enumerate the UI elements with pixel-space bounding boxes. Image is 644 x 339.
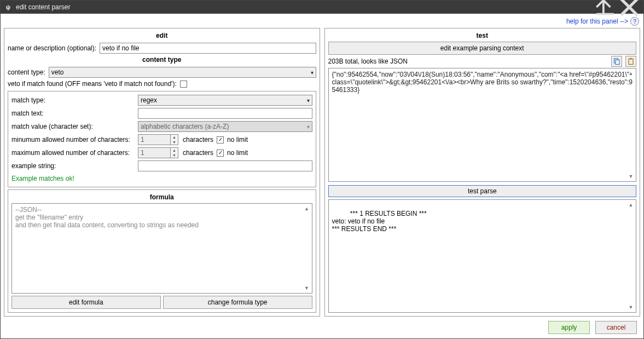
edit-formula-button[interactable]: edit formula xyxy=(11,296,161,309)
titlebar: ψ edit content parser xyxy=(1,1,643,14)
content-type-label: content type: xyxy=(8,68,45,76)
formula-button-row: edit formula change formula type xyxy=(11,296,312,309)
footer-row: apply cancel xyxy=(4,317,640,335)
match-type-select[interactable]: regex ▾ xyxy=(138,95,312,106)
test-status-text: 203B total, looks like JSON xyxy=(328,58,408,65)
name-row: name or description (optional): xyxy=(8,43,316,54)
match-type-label: match type: xyxy=(11,96,135,104)
min-chars-value: 1 xyxy=(138,134,171,145)
scroll-up-icon[interactable]: ▲ xyxy=(627,70,635,77)
window-title: edit content parser xyxy=(16,3,70,11)
chevron-down-icon: ▾ xyxy=(311,70,314,76)
paste-button[interactable] xyxy=(625,56,636,67)
example-string-input[interactable] xyxy=(138,160,312,171)
svg-rect-2 xyxy=(629,59,633,65)
apply-button[interactable]: apply xyxy=(548,321,590,334)
match-value-label: match value (character set): xyxy=(11,123,135,130)
example-string-label: example string: xyxy=(11,162,135,170)
svg-rect-1 xyxy=(616,60,619,65)
body: help for this panel --> ? edit name or d… xyxy=(1,14,643,338)
formula-section-title: formula xyxy=(11,192,312,203)
example-context-text: {"no":95462554,"now":"03\/04\/18(Sun)18:… xyxy=(332,71,633,94)
min-chars-spinner: 1 ▲▼ xyxy=(138,134,178,145)
help-icon[interactable]: ? xyxy=(630,17,639,26)
scroll-down-icon[interactable]: ▼ xyxy=(303,284,311,292)
edit-column: edit name or description (optional): con… xyxy=(4,28,320,317)
max-chars-row: maximum allowed number of characters: 1 … xyxy=(11,147,312,158)
nolimit-label: no limit xyxy=(227,149,248,157)
min-chars-row: minumum allowed number of characters: 1 … xyxy=(11,134,312,145)
nolimit-label: no limit xyxy=(227,136,248,143)
chars-unit: characters xyxy=(183,149,213,157)
help-row: help for this panel --> ? xyxy=(4,15,640,28)
max-chars-label: maximum allowed number of characters: xyxy=(11,149,135,157)
content-type-select[interactable]: veto ▾ xyxy=(49,67,316,78)
max-chars-spinner: 1 ▲▼ xyxy=(138,147,178,158)
app-icon: ψ xyxy=(4,3,13,12)
scroll-down-icon[interactable]: ▼ xyxy=(627,173,635,180)
arrow-up-icon: ▲ xyxy=(171,135,178,140)
spinner-arrows[interactable]: ▲▼ xyxy=(171,134,178,145)
match-text-row: match text: xyxy=(11,108,312,119)
match-type-row: match type: regex ▾ xyxy=(11,95,312,106)
test-status-row: 203B total, looks like JSON xyxy=(328,56,637,67)
max-chars-value: 1 xyxy=(138,147,171,158)
match-panel: match type: regex ▾ match text: xyxy=(8,91,316,187)
max-nolimit-checkbox[interactable]: ✓ xyxy=(217,150,224,157)
close-button[interactable] xyxy=(617,1,641,14)
veto-checkbox-label: veto if match found (OFF means 'veto if … xyxy=(8,80,177,88)
test-column: test edit example parsing context 203B t… xyxy=(324,28,641,317)
formula-text: --JSON-- get the "filename" entry and th… xyxy=(11,203,312,294)
formula-panel: formula --JSON-- get the "filename" entr… xyxy=(8,189,316,313)
copy-button[interactable] xyxy=(611,56,622,67)
cancel-button[interactable]: cancel xyxy=(595,321,637,334)
test-parse-button[interactable]: test parse xyxy=(328,185,637,197)
paste-icon xyxy=(627,58,635,65)
match-value-row: match value (character set): alphabetic … xyxy=(11,121,312,132)
name-label: name or description (optional): xyxy=(8,44,96,52)
example-context-box[interactable]: {"no":95462554,"now":"03\/04\/18(Sun)18:… xyxy=(328,68,637,182)
svg-rect-3 xyxy=(630,58,632,59)
veto-checkbox[interactable] xyxy=(180,81,187,88)
min-nolimit-checkbox[interactable]: ✓ xyxy=(217,136,224,143)
min-chars-label: minumum allowed number of characters: xyxy=(11,136,135,143)
results-box[interactable]: *** 1 RESULTS BEGIN *** veto: veto if no… xyxy=(328,199,637,313)
content-type-row: content type: veto ▾ xyxy=(8,67,316,78)
change-formula-type-button[interactable]: change formula type xyxy=(163,296,312,309)
edit-section-title: edit xyxy=(8,31,316,42)
veto-check-row: veto if match found (OFF means 'veto if … xyxy=(8,80,316,88)
match-value-select: alphabetic characters (a-zA-Z) ▾ xyxy=(138,121,312,132)
match-text-label: match text: xyxy=(11,110,135,117)
content-type-section-title: content type xyxy=(8,55,316,66)
window-frame: ψ edit content parser help for this pane… xyxy=(0,0,644,339)
test-section-title: test xyxy=(328,31,637,42)
example-string-row: example string: xyxy=(11,160,312,171)
match-type-value: regex xyxy=(141,96,157,104)
example-status: Example matches ok! xyxy=(11,175,312,182)
copy-icon xyxy=(613,58,620,65)
match-text-input[interactable] xyxy=(138,108,312,119)
arrow-down-icon: ▼ xyxy=(171,140,178,145)
arrow-up-icon: ▲ xyxy=(171,148,178,153)
help-link[interactable]: help for this panel --> xyxy=(566,18,628,25)
match-value-value: alphabetic characters (a-zA-Z) xyxy=(141,123,229,130)
restore-button[interactable] xyxy=(593,1,617,14)
content-type-value: veto xyxy=(51,68,64,76)
spinner-arrows[interactable]: ▲▼ xyxy=(171,147,178,158)
chars-unit: characters xyxy=(183,136,213,143)
scroll-down-icon[interactable]: ▼ xyxy=(627,303,635,311)
chevron-down-icon: ▾ xyxy=(307,124,310,130)
chevron-down-icon: ▾ xyxy=(307,97,310,104)
scroll-up-icon[interactable]: ▲ xyxy=(303,205,311,212)
name-input[interactable] xyxy=(100,43,316,54)
scroll-up-icon[interactable]: ▲ xyxy=(627,201,635,209)
edit-example-context-button[interactable]: edit example parsing context xyxy=(328,42,637,55)
main-columns: edit name or description (optional): con… xyxy=(4,28,640,317)
arrow-down-icon: ▼ xyxy=(171,153,178,158)
results-text: *** 1 RESULTS BEGIN *** veto: veto if no… xyxy=(332,210,427,233)
